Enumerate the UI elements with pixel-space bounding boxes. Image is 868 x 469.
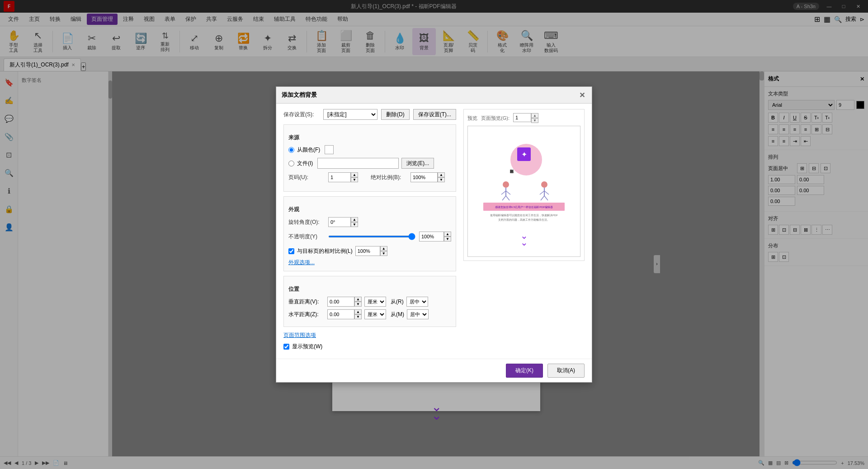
opacity-row: 不透明度(Y) ▲ ▼ bbox=[288, 232, 451, 242]
show-preview-checkbox[interactable] bbox=[283, 344, 289, 350]
horizontal-label: 水平距离(Z): bbox=[288, 311, 325, 318]
vertical-from-select[interactable]: 居中顶部底部 bbox=[406, 297, 428, 307]
page-preview-input[interactable] bbox=[513, 113, 531, 122]
svg-point-23 bbox=[503, 181, 509, 188]
page-row: 页码(U): ▲ ▼ 绝对比例(B): ▲ bbox=[288, 172, 451, 182]
source-section: 来源 从颜色(F) 文件(I) 浏览(E)... 页码(U): bbox=[283, 124, 456, 192]
vertical-spin: ▲ ▼ bbox=[327, 297, 362, 307]
file-radio-row: 文件(I) 浏览(E)... bbox=[288, 158, 451, 169]
horizontal-input[interactable] bbox=[327, 309, 354, 319]
page-spin-down[interactable]: ▼ bbox=[351, 177, 358, 182]
horizontal-spin-up[interactable]: ▲ bbox=[354, 309, 362, 314]
svg-text:使用福昕编辑器可以随您在任何工作生活，快速解决PDF: 使用福昕编辑器可以随您在任何工作生活，快速解决PDF bbox=[490, 213, 558, 217]
modal-close-button[interactable]: ✕ bbox=[577, 90, 586, 99]
outer-link[interactable]: 外观选项... bbox=[288, 259, 451, 266]
modal-left: 保存设置(S): [未指定] 删除(D) 保存设置(T)... 来源 从颜色(F… bbox=[283, 109, 456, 353]
preview-title-label: 预览 bbox=[467, 115, 477, 122]
modal-right: 预览 页面预览(G): ▲ ▼ bbox=[463, 109, 585, 353]
relative-scale-label: 与目标页的相对比例(L) bbox=[297, 247, 353, 255]
rotation-spin-down[interactable]: ▼ bbox=[351, 222, 358, 227]
modal-title-bar: 添加文档背景 ✕ bbox=[276, 87, 592, 104]
file-radio-label: 文件(I) bbox=[297, 160, 313, 167]
vertical-row: 垂直距离(V): ▲ ▼ 厘米英寸 从(R) bbox=[288, 297, 451, 307]
horizontal-row: 水平距离(Z): ▲ ▼ 厘米英寸 从(M) bbox=[288, 309, 451, 319]
relative-spin-up[interactable]: ▲ bbox=[380, 246, 387, 251]
page-preview-down[interactable]: ▼ bbox=[531, 118, 538, 123]
ratio-spin-down[interactable]: ▼ bbox=[438, 177, 445, 182]
vertical-label: 垂直距离(V): bbox=[288, 298, 325, 306]
ratio-spin: ▲ ▼ bbox=[410, 172, 445, 182]
modal-title: 添加文档背景 bbox=[282, 91, 317, 99]
modal-overlay: 添加文档背景 ✕ 保存设置(S): [未指定] 删除(D) 保存设置(T)... bbox=[0, 0, 868, 469]
outer-title: 外观 bbox=[288, 206, 451, 213]
file-path-input[interactable] bbox=[317, 158, 399, 169]
color-radio[interactable] bbox=[288, 147, 294, 153]
page-preview-spin: ▲ ▼ bbox=[513, 113, 538, 123]
rotation-spin-up[interactable]: ▲ bbox=[351, 217, 358, 222]
modal-footer: 确定(K) 取消(A) bbox=[276, 359, 592, 382]
confirm-button[interactable]: 确定(K) bbox=[506, 364, 543, 378]
rotation-input[interactable] bbox=[328, 217, 351, 227]
vertical-spin-down[interactable]: ▼ bbox=[354, 302, 362, 307]
save-settings-select[interactable]: [未指定] bbox=[323, 109, 377, 120]
show-preview-label: 显示预览(W) bbox=[292, 343, 322, 351]
opacity-spin: ▲ ▼ bbox=[419, 232, 451, 242]
relative-spin: ▲ ▼ bbox=[355, 246, 387, 256]
horizontal-spin: ▲ ▼ bbox=[327, 309, 362, 319]
svg-text:文档方面的问题，高效工作方能畅乐生活。: 文档方面的问题，高效工作方能畅乐生活。 bbox=[498, 218, 550, 221]
add-background-modal: 添加文档背景 ✕ 保存设置(S): [未指定] 删除(D) 保存设置(T)... bbox=[276, 86, 592, 383]
svg-text:感谢您如全球6.5亿用户一样信任福昕PDF编辑器: 感谢您如全球6.5亿用户一样信任福昕PDF编辑器 bbox=[495, 205, 553, 208]
horizontal-spin-down[interactable]: ▼ bbox=[354, 314, 362, 319]
page-spin-up[interactable]: ▲ bbox=[351, 172, 358, 177]
rotation-spin: ▲ ▼ bbox=[328, 217, 358, 227]
save-settings-row: 保存设置(S): [未指定] 删除(D) 保存设置(T)... bbox=[283, 109, 456, 120]
position-title: 位置 bbox=[288, 285, 451, 293]
preview-svg: ✦ 欢迎来到福昕 bbox=[479, 130, 569, 252]
save-settings-label: 保存设置(S): bbox=[283, 111, 320, 118]
page-preview-label: 页面预览(G): bbox=[481, 115, 509, 122]
outer-section: 外观 旋转角度(O): ▲ ▼ 不透明度(Y) bbox=[283, 196, 456, 271]
color-radio-label: 从颜色(F) bbox=[297, 146, 320, 154]
vertical-from-label: 从(R) bbox=[391, 298, 404, 306]
color-radio-row: 从颜色(F) bbox=[288, 145, 451, 154]
vertical-spin-up[interactable]: ▲ bbox=[354, 297, 362, 302]
color-picker-box[interactable] bbox=[325, 145, 334, 154]
opacity-slider[interactable] bbox=[328, 236, 415, 237]
opacity-spin-up[interactable]: ▲ bbox=[444, 232, 451, 237]
opacity-input[interactable] bbox=[419, 232, 444, 242]
horizontal-from-select[interactable]: 居中左侧右侧 bbox=[407, 309, 429, 319]
save-as-button[interactable]: 保存设置(T)... bbox=[413, 109, 456, 120]
svg-point-29 bbox=[541, 181, 547, 188]
preview-frame: ✦ 欢迎来到福昕 bbox=[467, 126, 580, 257]
absolute-ratio-label: 绝对比例(B): bbox=[371, 174, 407, 181]
preview-title-row: 预览 页面预览(G): ▲ ▼ bbox=[467, 113, 580, 123]
relative-spin-down[interactable]: ▼ bbox=[380, 251, 387, 256]
ratio-input[interactable] bbox=[410, 172, 438, 182]
ratio-spin-up[interactable]: ▲ bbox=[438, 172, 445, 177]
rotation-row: 旋转角度(O): ▲ ▼ bbox=[288, 217, 451, 227]
horizontal-unit-select[interactable]: 厘米英寸 bbox=[364, 309, 386, 319]
horizontal-from-label: 从(M) bbox=[391, 311, 404, 318]
page-label: 页码(U): bbox=[288, 174, 325, 181]
svg-text:✦: ✦ bbox=[521, 151, 527, 158]
preview-section: 预览 页面预览(G): ▲ ▼ bbox=[463, 109, 585, 261]
modal-body: 保存设置(S): [未指定] 删除(D) 保存设置(T)... 来源 从颜色(F… bbox=[276, 104, 592, 359]
source-title: 来源 bbox=[288, 134, 451, 142]
relative-scale-checkbox[interactable] bbox=[288, 248, 294, 254]
page-preview-up[interactable]: ▲ bbox=[531, 113, 538, 118]
cancel-button[interactable]: 取消(A) bbox=[547, 364, 585, 378]
browse-button[interactable]: 浏览(E)... bbox=[401, 158, 434, 169]
rotation-label: 旋转角度(O): bbox=[288, 218, 325, 226]
svg-text:⌄: ⌄ bbox=[520, 237, 528, 247]
relative-input[interactable] bbox=[355, 246, 380, 256]
opacity-label: 不透明度(Y) bbox=[288, 233, 325, 241]
opacity-slider-container: ▲ ▼ bbox=[328, 232, 451, 242]
page-spin: ▲ ▼ bbox=[328, 172, 358, 182]
vertical-unit-select[interactable]: 厘米英寸 bbox=[364, 297, 386, 307]
opacity-spin-down[interactable]: ▼ bbox=[444, 237, 451, 242]
file-radio[interactable] bbox=[288, 161, 294, 166]
page-input[interactable] bbox=[328, 172, 351, 182]
vertical-input[interactable] bbox=[327, 297, 354, 307]
delete-button[interactable]: 删除(D) bbox=[381, 109, 410, 120]
page-range-link[interactable]: 页面范围选项 bbox=[283, 332, 456, 339]
